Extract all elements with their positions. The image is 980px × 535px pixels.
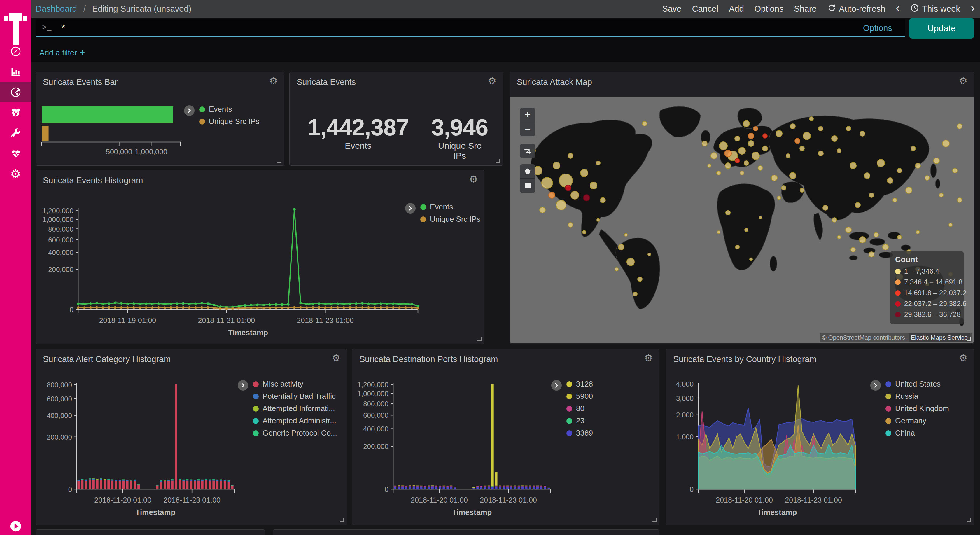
legend-item[interactable]: 22,037.2 – 29,382.6 [895,299,959,308]
legend-item[interactable]: Potentially Bad Traffic [253,392,337,401]
map-circle[interactable] [702,141,708,146]
map-circle[interactable] [887,177,893,184]
map-circle[interactable] [762,146,768,151]
legend-toggle-button[interactable] [184,105,194,116]
legend-item[interactable]: Russia [886,392,949,401]
map-circle[interactable] [716,170,721,175]
map-circle[interactable] [786,153,791,158]
sidebar-item-management[interactable]: ⚙ [0,164,31,184]
legend-item[interactable]: Events [420,202,480,212]
options-button[interactable]: Options [754,4,784,14]
map-circle[interactable] [734,135,740,142]
map-circle[interactable] [942,140,950,147]
resize-handle[interactable] [340,518,344,522]
map-circle[interactable] [809,116,814,121]
map-circle[interactable] [771,175,778,181]
map-circle[interactable] [800,188,804,193]
time-prev-button[interactable]: ‹ [896,0,900,18]
map-circle[interactable] [822,205,828,211]
map-circle[interactable] [738,147,746,154]
legend-item[interactable]: Generic Protocol Co... [253,428,337,438]
map-circle[interactable] [633,292,638,296]
legend-item[interactable]: 5900 [566,392,593,401]
legend-item[interactable]: 3389 [566,428,593,438]
map-circle[interactable] [832,217,837,223]
legend-item[interactable]: Unique Src IPs [199,117,259,126]
legend-item[interactable]: United States [886,379,949,389]
save-button[interactable]: Save [662,4,682,14]
map-circle[interactable] [864,172,870,179]
cancel-button[interactable]: Cancel [692,4,718,14]
map-circle[interactable] [719,142,728,150]
resize-handle[interactable] [652,518,657,522]
map-circle[interactable] [725,162,731,169]
map-circle[interactable] [735,245,740,249]
map-circle[interactable] [831,135,838,142]
draw-polygon-button[interactable] [520,164,535,178]
map-circle[interactable] [618,244,624,250]
map-circle[interactable] [924,175,930,181]
map-circle[interactable] [762,133,768,139]
legend-item[interactable]: 23 [566,416,593,425]
resize-handle[interactable] [496,159,500,163]
sidebar-item-visualize[interactable] [0,62,31,82]
legend-item[interactable]: Attempted Administr... [253,416,337,425]
panel-gear-icon[interactable]: ⚙ [469,174,478,184]
map-circle[interactable] [753,126,758,131]
map-circle[interactable] [596,161,601,166]
map-circle[interactable] [582,230,586,234]
legend-item[interactable]: Unique Src IPs [420,215,480,224]
map-circle[interactable] [915,163,921,169]
update-button[interactable]: Update [909,18,974,38]
map-circle[interactable] [749,258,753,261]
map-circle[interactable] [789,172,796,179]
panel-gear-icon[interactable]: ⚙ [332,353,340,363]
collapse-nav-button[interactable] [0,519,31,535]
map-circle[interactable] [957,197,962,203]
map-circle[interactable] [553,162,560,169]
legend-item[interactable]: Events [199,105,259,114]
map-circle[interactable] [873,232,879,237]
resize-handle[interactable] [967,337,971,341]
world-map[interactable]: + − Count 1 – 7,346.47,346.4 – 14,691.81… [510,97,974,343]
map-circle[interactable] [711,152,718,159]
map-circle[interactable] [724,150,732,157]
panel-gear-icon[interactable]: ⚙ [269,76,278,86]
panel-gear-icon[interactable]: ⚙ [644,353,653,363]
map-circle[interactable] [957,123,963,129]
legend-toggle-button[interactable] [405,203,415,213]
map-circle[interactable] [725,210,731,215]
map-circle[interactable] [818,126,823,131]
map-circle[interactable] [717,231,721,234]
map-circle[interactable] [911,146,916,151]
legend-item[interactable]: United Kingdom [886,404,949,413]
map-circle[interactable] [642,121,647,126]
map-circle[interactable] [568,222,573,228]
legend-item[interactable]: Attempted Informati... [253,404,337,413]
map-circle[interactable] [892,198,897,202]
map-circle[interactable] [776,130,783,137]
map-circle[interactable] [740,170,745,175]
map-circle[interactable] [837,148,842,153]
map-circle[interactable] [539,207,546,213]
map-circle[interactable] [818,151,824,156]
map-circle[interactable] [948,223,953,227]
sidebar-item-discover[interactable] [0,41,31,62]
map-circle[interactable] [743,120,750,127]
map-circle[interactable] [568,153,573,159]
map-circle[interactable] [859,131,865,137]
map-circle[interactable] [556,200,566,210]
map-circle[interactable] [850,162,857,169]
tmobile-logo[interactable] [0,0,31,41]
sidebar-item-threat-hunting[interactable] [0,102,31,123]
map-circle[interactable] [748,133,754,139]
legend-item[interactable]: 3128 [566,379,593,389]
map-circle[interactable] [597,218,600,222]
map-circle[interactable] [571,191,579,199]
map-circle[interactable] [939,193,943,197]
panel-gear-icon[interactable]: ⚙ [488,76,496,86]
map-circle[interactable] [781,185,786,191]
map-circle[interactable] [590,182,597,189]
map-circle[interactable] [855,202,861,208]
map-circle[interactable] [565,185,571,191]
